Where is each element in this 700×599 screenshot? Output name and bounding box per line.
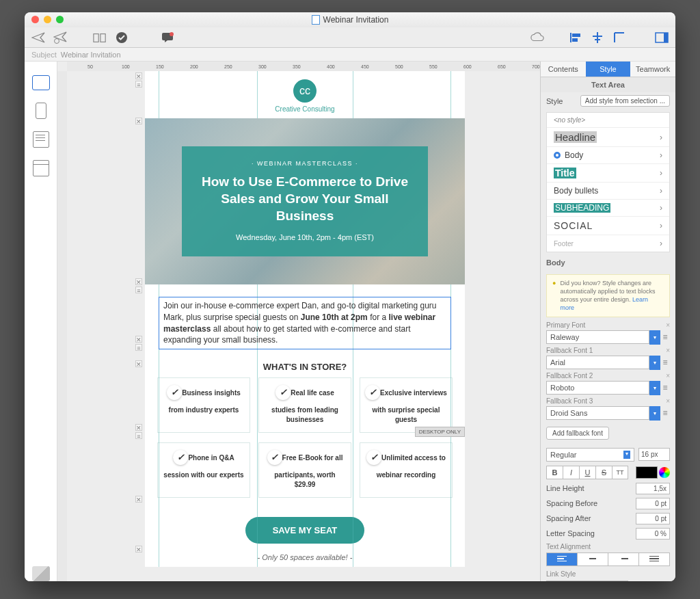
remove-icon[interactable]: × bbox=[666, 347, 670, 354]
cta-block[interactable]: SAVE MY SEAT bbox=[145, 507, 465, 548]
browser-device-button[interactable] bbox=[33, 160, 49, 176]
strike-button[interactable]: S bbox=[595, 466, 612, 479]
block-handle-icon[interactable]: ✕ bbox=[135, 72, 142, 79]
send-test-icon[interactable] bbox=[53, 31, 67, 44]
tab-style[interactable]: Style bbox=[586, 62, 631, 77]
chevron-down-icon[interactable]: ▾ bbox=[649, 381, 660, 395]
style-option-footer[interactable]: Footer› bbox=[547, 235, 669, 252]
block-handle-icon[interactable]: ≡ bbox=[135, 432, 142, 439]
fullscreen-window-icon[interactable] bbox=[56, 16, 64, 23]
text-device-button[interactable] bbox=[33, 131, 49, 148]
canvas[interactable]: ✕ ≡ ✕ ✕ ≡ ✕ ≡ ✕ ✕ ≡ ✕ ✕ cc Creative Cons… bbox=[67, 71, 540, 581]
check-icon[interactable] bbox=[115, 31, 129, 44]
fallback-font-2-select[interactable]: Roboto bbox=[546, 381, 649, 395]
comment-icon[interactable] bbox=[161, 31, 175, 44]
desktop-device-button[interactable] bbox=[32, 75, 50, 90]
add-fallback-button[interactable]: Add fallback font bbox=[546, 427, 609, 440]
feature-card[interactable]: ✓Unlimited access to webinar recording bbox=[360, 442, 453, 498]
preview-button[interactable] bbox=[32, 566, 50, 581]
close-window-icon[interactable] bbox=[31, 16, 39, 23]
block-handle-icon[interactable]: ✕ bbox=[135, 278, 142, 285]
hero-text-box[interactable]: · WEBINAR MASTERCLASS · How to Use E-Com… bbox=[182, 146, 428, 256]
selected-text-block[interactable]: Join our in-house e-commerce expert Dan,… bbox=[159, 297, 451, 349]
subject-bar[interactable]: Subject Webinar Invitation bbox=[25, 48, 675, 62]
link-bold-button[interactable]: B bbox=[546, 581, 563, 581]
remove-icon[interactable]: × bbox=[666, 372, 670, 380]
spacing-after-input[interactable]: 0 pt bbox=[636, 513, 670, 524]
chevron-down-icon[interactable]: ▾ bbox=[649, 356, 660, 370]
link-underline-button[interactable]: U bbox=[579, 581, 595, 581]
font-size-input[interactable]: 16 px bbox=[638, 448, 670, 461]
block-handle-icon[interactable]: ✕ bbox=[135, 118, 142, 124]
feature-card[interactable]: ✓Exclusive interviews with surprise spec… bbox=[360, 377, 453, 433]
feature-card[interactable]: ✓Free E-Book for all participants, worth… bbox=[258, 442, 351, 498]
menu-icon[interactable]: ≡ bbox=[660, 408, 670, 418]
block-handle-icon[interactable]: ✕ bbox=[135, 546, 142, 553]
fallback-font-3-select[interactable]: Droid Sans bbox=[546, 406, 649, 420]
font-weight-select[interactable]: Regular▾ bbox=[546, 448, 634, 462]
titlebar[interactable]: Webinar Invitation bbox=[25, 12, 675, 27]
section-title[interactable]: WHAT'S IN STORE? bbox=[145, 362, 465, 372]
underline-button[interactable]: U bbox=[579, 466, 595, 479]
tab-contents[interactable]: Contents bbox=[541, 62, 586, 77]
hero-block[interactable]: · WEBINAR MASTERCLASS · How to Use E-Com… bbox=[145, 118, 465, 284]
line-height-input[interactable]: 1,5x bbox=[636, 483, 670, 494]
features-row-2[interactable]: ✓Phone in Q&A session with our experts ✓… bbox=[145, 442, 465, 498]
link-smallcaps-button[interactable]: TT bbox=[612, 581, 628, 581]
minimize-window-icon[interactable] bbox=[44, 16, 51, 23]
italic-button[interactable]: I bbox=[563, 466, 579, 479]
feature-card[interactable]: ✓Real life case studies from leading bus… bbox=[258, 377, 351, 433]
block-handle-icon[interactable]: ≡ bbox=[135, 344, 142, 351]
feature-card[interactable]: ✓Phone in Q&A session with our experts bbox=[157, 442, 250, 498]
align-left-icon[interactable] bbox=[569, 31, 582, 44]
style-option-social[interactable]: SOCIAL› bbox=[547, 217, 669, 235]
link-italic-button[interactable]: I bbox=[563, 581, 579, 581]
block-handle-icon[interactable]: ≡ bbox=[135, 287, 142, 293]
add-style-button[interactable]: Add style from selection ... bbox=[580, 95, 670, 107]
brand-block[interactable]: cc Creative Consulting bbox=[145, 71, 465, 118]
style-option-body[interactable]: Body› bbox=[547, 147, 669, 164]
block-handle-icon[interactable]: ✕ bbox=[135, 336, 142, 343]
align-center-icon[interactable] bbox=[591, 31, 604, 44]
cloud-icon[interactable] bbox=[530, 31, 544, 44]
ab-test-icon[interactable] bbox=[93, 31, 107, 44]
letter-spacing-input[interactable]: 0 % bbox=[636, 528, 670, 540]
style-option-bullets[interactable]: Body bullets› bbox=[547, 183, 669, 200]
text-color-swatch[interactable] bbox=[636, 466, 658, 479]
tab-teamwork[interactable]: Teamwork bbox=[630, 62, 675, 77]
primary-font-select[interactable]: Raleway bbox=[546, 330, 649, 344]
align-left-button[interactable] bbox=[546, 553, 577, 566]
block-handle-icon[interactable]: ✕ bbox=[135, 424, 142, 431]
style-option-subheading[interactable]: SUBHEADING› bbox=[547, 200, 669, 217]
menu-icon[interactable]: ≡ bbox=[660, 358, 670, 367]
remove-icon[interactable]: × bbox=[666, 397, 670, 405]
align-center-button[interactable] bbox=[577, 553, 608, 566]
remove-icon[interactable]: × bbox=[666, 321, 670, 329]
smallcaps-button[interactable]: TT bbox=[612, 466, 628, 479]
cta-button[interactable]: SAVE MY SEAT bbox=[245, 517, 365, 544]
features-row-1[interactable]: ✓Business insights from industry experts… bbox=[145, 377, 465, 433]
panel-toggle-icon[interactable] bbox=[655, 31, 669, 44]
send-icon[interactable] bbox=[31, 31, 45, 44]
block-handle-icon[interactable]: ✕ bbox=[135, 496, 142, 503]
chevron-down-icon[interactable]: ▾ bbox=[649, 406, 660, 421]
link-strike-button[interactable]: S bbox=[595, 581, 612, 581]
spaces-text[interactable]: - Only 50 spaces available! - bbox=[145, 553, 465, 561]
color-picker-icon[interactable] bbox=[659, 467, 670, 478]
bold-button[interactable]: B bbox=[546, 466, 563, 479]
spacing-before-input[interactable]: 0 pt bbox=[636, 498, 670, 509]
style-option-title[interactable]: Title› bbox=[547, 164, 669, 183]
align-justify-button[interactable] bbox=[638, 553, 670, 566]
style-option-headline[interactable]: Headline› bbox=[547, 128, 669, 147]
align-right-button[interactable] bbox=[608, 553, 638, 566]
menu-icon[interactable]: ≡ bbox=[660, 332, 670, 342]
menu-icon[interactable]: ≡ bbox=[660, 383, 670, 392]
block-handle-icon[interactable]: ≡ bbox=[135, 81, 142, 88]
chevron-down-icon[interactable]: ▾ bbox=[649, 330, 660, 345]
style-option-none[interactable]: <no style> bbox=[547, 113, 669, 128]
guides-icon[interactable] bbox=[612, 31, 626, 44]
fallback-font-1-select[interactable]: Arial bbox=[546, 356, 649, 369]
feature-card[interactable]: ✓Business insights from industry experts bbox=[157, 377, 250, 433]
block-handle-icon[interactable]: ✕ bbox=[135, 360, 142, 367]
mobile-device-button[interactable] bbox=[36, 103, 46, 119]
